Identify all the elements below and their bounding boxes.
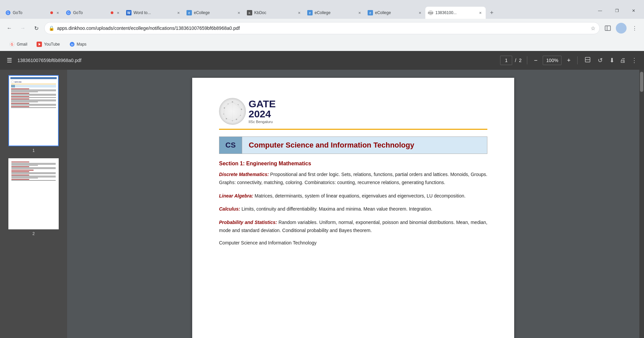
tab-title-6: eCollege xyxy=(315,10,355,15)
tab-ecollege-2[interactable]: e eCollege ✕ xyxy=(305,7,365,19)
bookmarks-bar: G Gmail YouTube M Maps xyxy=(0,38,644,51)
section1-heading: Section 1: Engineering Mathematics xyxy=(219,161,487,167)
bookmark-maps[interactable]: M Maps xyxy=(65,40,91,49)
gate-iisc: IISc Bengaluru xyxy=(249,120,276,124)
pdf-more-button[interactable]: ⋮ xyxy=(630,55,639,65)
cs-title-cell: Computer Science and Information Technol… xyxy=(242,137,487,154)
tab-ecollege-3[interactable]: e eCollege ✕ xyxy=(365,7,425,19)
pdf-page-controls: / 2 xyxy=(500,56,522,65)
tab-favicon-3: W xyxy=(126,10,131,15)
svg-line-42 xyxy=(240,109,241,115)
tab-word[interactable]: W Word to... ✕ xyxy=(123,7,184,19)
pdf-thumbnail-img-1: GATE 2024 xyxy=(8,75,59,146)
svg-line-45 xyxy=(236,115,240,119)
tab-title-2: GoTo xyxy=(73,10,109,15)
bookmark-star-icon[interactable]: ☆ xyxy=(591,25,595,32)
tab-favicon-8: PDF xyxy=(428,10,433,15)
tab-close-2[interactable]: ✕ xyxy=(115,10,121,15)
pdf-thumbnail-1[interactable]: GATE 2024 xyxy=(8,75,59,153)
tab-goto-1[interactable]: G GoTo ✕ xyxy=(3,7,63,19)
pdf-title: 138361007659bf6b8968a0.pdf xyxy=(17,58,496,63)
address-bar[interactable]: 🔒 apps.dinkhoo.com/uploads/content/ecoll… xyxy=(44,22,600,34)
topic1-paragraph: Discrete Mathematics: Propositional and … xyxy=(219,171,487,187)
svg-line-43 xyxy=(232,102,241,109)
pdf-viewer: ☰ 138361007659bf6b8968a0.pdf / 2 − + ↺ ⬇… xyxy=(0,51,644,338)
svg-line-41 xyxy=(224,104,228,108)
svg-text:e: e xyxy=(309,11,311,15)
tab-title-4: eCollege xyxy=(194,10,234,15)
pdf-fullscreen-button[interactable] xyxy=(583,55,592,66)
pdf-menu-button[interactable]: ☰ xyxy=(5,55,13,65)
gate-year: 2024 xyxy=(249,109,276,119)
pdf-divider-2 xyxy=(577,56,578,64)
pdf-print-button[interactable]: 🖨 xyxy=(619,56,627,65)
forward-button[interactable]: → xyxy=(17,23,28,34)
tab-close-4[interactable]: ✕ xyxy=(236,10,241,15)
tab-close-6[interactable]: ✕ xyxy=(357,10,362,15)
svg-text:e: e xyxy=(188,11,190,15)
tab-favicon-6: e xyxy=(307,10,313,15)
svg-line-48 xyxy=(224,114,226,119)
pdf-page-num-2: 2 xyxy=(33,231,35,236)
refresh-button[interactable]: ↻ xyxy=(31,23,42,34)
pdf-zoom-out-button[interactable]: − xyxy=(533,56,539,65)
tab-close-3[interactable]: ✕ xyxy=(176,10,181,15)
pdf-page-num-1: 1 xyxy=(33,148,35,153)
tab-close-5[interactable]: ✕ xyxy=(297,10,302,15)
svg-line-44 xyxy=(224,108,224,114)
topic2-label: Linear Algebra: xyxy=(219,193,253,199)
scrollbar-thumb[interactable] xyxy=(640,72,643,92)
address-text: apps.dinkhoo.com/uploads/content/ecolleg… xyxy=(57,25,588,31)
svg-text:G: G xyxy=(67,11,70,15)
tab-close-7[interactable]: ✕ xyxy=(417,10,423,15)
pdf-toolbar-right: ⬇ 🖨 ⋮ xyxy=(608,55,639,65)
close-window-button[interactable]: ✕ xyxy=(626,5,641,16)
svg-text:G: G xyxy=(7,11,9,15)
tab-close-8[interactable]: ✕ xyxy=(478,10,483,15)
bookmark-youtube-label: YouTube xyxy=(44,42,60,47)
back-button[interactable]: ← xyxy=(4,23,15,34)
vertical-scrollbar[interactable] xyxy=(639,70,644,338)
cs-header: CS Computer Science and Information Tech… xyxy=(219,136,487,154)
restore-button[interactable]: ❐ xyxy=(609,5,625,16)
svg-line-40 xyxy=(228,102,232,104)
topic4-label: Probability and Statistics: xyxy=(219,220,277,225)
tab-close-1[interactable]: ✕ xyxy=(55,10,60,15)
pdf-thumbnail-2[interactable]: 2 xyxy=(8,158,59,236)
svg-text:K: K xyxy=(249,11,251,15)
gate-logo xyxy=(219,98,246,125)
pdf-zoom-input[interactable] xyxy=(543,56,561,65)
pdf-download-button[interactable]: ⬇ xyxy=(608,55,616,65)
pdf-zoom-in-button[interactable]: + xyxy=(566,56,572,65)
minimize-button[interactable]: — xyxy=(592,5,608,16)
pdf-total-pages: 2 xyxy=(519,58,522,63)
svg-line-46 xyxy=(232,119,236,121)
pdf-thumbnail-img-2 xyxy=(8,158,59,229)
profile-button[interactable] xyxy=(616,23,627,34)
tab-goto-2[interactable]: G GoTo ✕ xyxy=(63,7,123,19)
pdf-page-input[interactable] xyxy=(500,56,512,65)
svg-rect-16 xyxy=(605,26,610,31)
address-bar-row: ← → ↻ 🔒 apps.dinkhoo.com/uploads/content… xyxy=(0,19,644,38)
new-tab-button[interactable]: + xyxy=(487,8,496,17)
sidebar-button[interactable] xyxy=(602,23,613,34)
svg-text:M: M xyxy=(71,43,73,46)
bookmark-gmail[interactable]: G Gmail xyxy=(5,40,31,49)
topic3-paragraph: Calculus: Limits, continuity and differe… xyxy=(219,205,487,213)
tab-favicon-5: K xyxy=(247,10,252,15)
pdf-rotate-button[interactable]: ↺ xyxy=(596,55,604,65)
svg-text:G: G xyxy=(11,43,13,46)
window-controls: — ❐ ✕ xyxy=(592,5,641,19)
pdf-toolbar: ☰ 138361007659bf6b8968a0.pdf / 2 − + ↺ ⬇… xyxy=(0,51,644,70)
chrome-menu-button[interactable]: ⋮ xyxy=(629,23,640,34)
bookmark-youtube[interactable]: YouTube xyxy=(33,40,64,49)
tab-ecollege-1[interactable]: e eCollege ✕ xyxy=(184,7,244,19)
svg-point-18 xyxy=(620,26,623,29)
pdf-content: GATE 2024 xyxy=(0,70,644,338)
gate-text-area: GATE 2024 IISc Bengaluru xyxy=(249,99,276,124)
security-icon: 🔒 xyxy=(49,25,54,31)
tab-pdf[interactable]: PDF 13836100... ✕ xyxy=(425,7,486,19)
pdf-main[interactable]: GATE 2024 IISc Bengaluru CS Computer Sci… xyxy=(67,70,639,338)
tab-kbdoc[interactable]: K KbDoc ✕ xyxy=(244,7,305,19)
tab-favicon-4: e xyxy=(186,10,192,15)
